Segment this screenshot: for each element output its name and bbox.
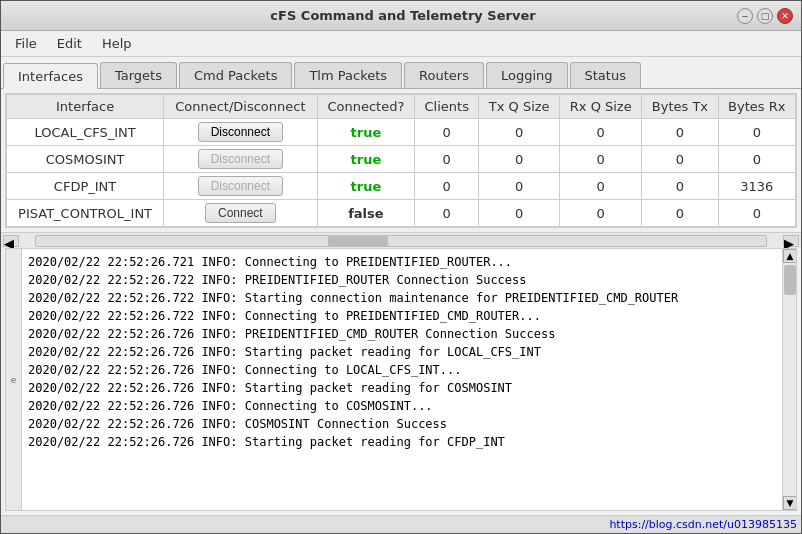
rx-q-cell: 0 (560, 200, 642, 227)
clients-cell: 0 (415, 119, 479, 146)
menu-help[interactable]: Help (92, 34, 142, 53)
menu-edit[interactable]: Edit (47, 34, 92, 53)
scroll-down-button[interactable]: ▼ (783, 496, 797, 510)
log-line: 2020/02/22 22:52:26.726 INFO: Starting p… (28, 343, 776, 361)
connected-status-cell: true (317, 119, 415, 146)
close-button[interactable]: ✕ (777, 8, 793, 24)
status-bar: https://blog.csdn.net/u013985135 (1, 515, 801, 533)
horizontal-scrollbar-section: ◀ ▶ (1, 232, 801, 248)
tx-q-cell: 0 (479, 119, 560, 146)
interfaces-table-section: Interface Connect/Disconnect Connected? … (5, 93, 797, 228)
table-row: COSMOSINTDisconnecttrue00000 (7, 146, 796, 173)
clients-cell: 0 (415, 173, 479, 200)
log-line: 2020/02/22 22:52:26.722 INFO: PREIDENTIF… (28, 271, 776, 289)
col-header-clients: Clients (415, 95, 479, 119)
tx-q-cell: 0 (479, 173, 560, 200)
log-line: 2020/02/22 22:52:26.722 INFO: Connecting… (28, 307, 776, 325)
tab-bar: Interfaces Targets Cmd Packets Tlm Packe… (1, 57, 801, 89)
log-line: 2020/02/22 22:52:26.721 INFO: Connecting… (28, 253, 776, 271)
tab-logging[interactable]: Logging (486, 62, 568, 88)
main-window: cFS Command and Telemetry Server − □ ✕ F… (0, 0, 802, 534)
interface-name-cell: COSMOSINT (7, 146, 164, 173)
horizontal-scrollbar-thumb[interactable] (328, 236, 388, 246)
tab-tlm-packets[interactable]: Tlm Packets (294, 62, 402, 88)
table-row: LOCAL_CFS_INTDisconnecttrue00000 (7, 119, 796, 146)
col-header-bytes-rx: Bytes Rx (718, 95, 795, 119)
col-header-rx-q-size: Rx Q Size (560, 95, 642, 119)
col-header-connected: Connected? (317, 95, 415, 119)
disconnect-button[interactable]: Disconnect (198, 149, 283, 169)
disconnect-button[interactable]: Disconnect (198, 176, 283, 196)
col-header-tx-q-size: Tx Q Size (479, 95, 560, 119)
col-header-connect-disconnect: Connect/Disconnect (164, 95, 317, 119)
clients-cell: 0 (415, 200, 479, 227)
tab-interfaces[interactable]: Interfaces (3, 63, 98, 89)
connect-button[interactable]: Connect (205, 203, 276, 223)
interface-name-cell: CFDP_INT (7, 173, 164, 200)
title-bar: cFS Command and Telemetry Server − □ ✕ (1, 1, 801, 31)
connect-disconnect-cell: Disconnect (164, 173, 317, 200)
connect-disconnect-cell: Disconnect (164, 146, 317, 173)
tx-q-cell: 0 (479, 146, 560, 173)
tab-cmd-packets[interactable]: Cmd Packets (179, 62, 292, 88)
menu-file[interactable]: File (5, 34, 47, 53)
log-line: 2020/02/22 22:52:26.726 INFO: Starting p… (28, 433, 776, 451)
minimize-button[interactable]: − (737, 8, 753, 24)
interface-name-cell: LOCAL_CFS_INT (7, 119, 164, 146)
connected-status-cell: false (317, 200, 415, 227)
vertical-scrollbar: ▲ ▼ (782, 249, 796, 510)
bytes-rx-cell: 0 (718, 146, 795, 173)
table-row: CFDP_INTDisconnecttrue00003136 (7, 173, 796, 200)
clients-cell: 0 (415, 146, 479, 173)
scroll-left-button[interactable]: ◀ (3, 235, 19, 247)
interfaces-table: Interface Connect/Disconnect Connected? … (6, 94, 796, 227)
log-line: 2020/02/22 22:52:26.726 INFO: Connecting… (28, 361, 776, 379)
bytes-tx-cell: 0 (642, 146, 718, 173)
table-row: PISAT_CONTROL_INTConnectfalse00000 (7, 200, 796, 227)
log-line: 2020/02/22 22:52:26.726 INFO: Starting p… (28, 379, 776, 397)
vertical-scrollbar-thumb[interactable] (784, 265, 796, 295)
rx-q-cell: 0 (560, 146, 642, 173)
log-section: e 2020/02/22 22:52:26.721 INFO: Connecti… (5, 248, 797, 511)
tx-q-cell: 0 (479, 200, 560, 227)
bytes-rx-cell: 0 (718, 119, 795, 146)
disconnect-button[interactable]: Disconnect (198, 122, 283, 142)
log-line: 2020/02/22 22:52:26.726 INFO: PREIDENTIF… (28, 325, 776, 343)
tab-targets[interactable]: Targets (100, 62, 177, 88)
connect-disconnect-cell: Disconnect (164, 119, 317, 146)
log-line: 2020/02/22 22:52:26.726 INFO: Connecting… (28, 397, 776, 415)
bytes-rx-cell: 3136 (718, 173, 795, 200)
status-url: https://blog.csdn.net/u013985135 (609, 518, 797, 531)
maximize-button[interactable]: □ (757, 8, 773, 24)
window-title: cFS Command and Telemetry Server (69, 8, 737, 23)
scroll-right-button[interactable]: ▶ (783, 235, 799, 247)
log-content[interactable]: 2020/02/22 22:52:26.721 INFO: Connecting… (22, 249, 782, 510)
bytes-tx-cell: 0 (642, 173, 718, 200)
connect-disconnect-cell: Connect (164, 200, 317, 227)
log-line: 2020/02/22 22:52:26.722 INFO: Starting c… (28, 289, 776, 307)
connected-status-cell: true (317, 173, 415, 200)
rx-q-cell: 0 (560, 173, 642, 200)
interface-name-cell: PISAT_CONTROL_INT (7, 200, 164, 227)
tab-status[interactable]: Status (570, 62, 641, 88)
content-area: Interface Connect/Disconnect Connected? … (1, 89, 801, 533)
window-controls: − □ ✕ (737, 8, 793, 24)
scroll-up-button[interactable]: ▲ (783, 249, 797, 263)
side-indicator: e (6, 249, 22, 510)
log-line: 2020/02/22 22:52:26.726 INFO: COSMOSINT … (28, 415, 776, 433)
col-header-interface: Interface (7, 95, 164, 119)
bytes-tx-cell: 0 (642, 200, 718, 227)
horizontal-scrollbar-track[interactable] (35, 235, 767, 247)
rx-q-cell: 0 (560, 119, 642, 146)
menu-bar: File Edit Help (1, 31, 801, 57)
bytes-tx-cell: 0 (642, 119, 718, 146)
tab-routers[interactable]: Routers (404, 62, 484, 88)
vertical-scrollbar-track[interactable] (783, 263, 796, 496)
connected-status-cell: true (317, 146, 415, 173)
col-header-bytes-tx: Bytes Tx (642, 95, 718, 119)
bytes-rx-cell: 0 (718, 200, 795, 227)
